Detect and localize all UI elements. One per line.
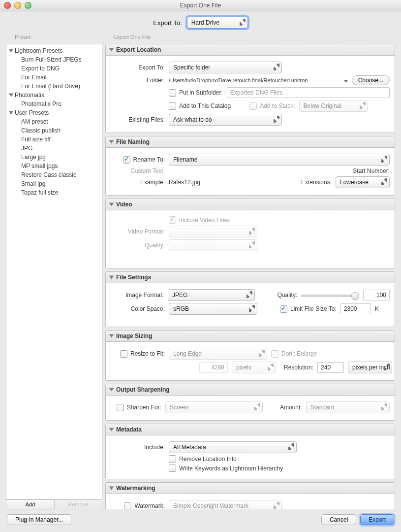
disclosure-triangle-icon [109,276,114,279]
choose-folder-button[interactable]: Choose... [352,75,390,85]
panel-head[interactable]: Video [106,199,395,210]
panel-metadata: Metadata Include: All Metadata Remove Lo… [105,424,395,479]
quality-value-input[interactable]: 100 [363,290,390,300]
minimize-icon[interactable] [14,2,21,9]
include-select[interactable]: All Metadata [169,441,297,453]
custom-text-label: Custom Text: [111,167,165,174]
panel-head[interactable]: Watermarking [106,483,395,494]
preset-buttons: Add Remove [6,499,102,509]
panel-export-location: Export Location Export To: Specific fold… [105,44,395,133]
video-format-select [169,226,257,237]
checkbox-icon [271,350,278,358]
disclosure-triangle-icon [109,388,114,392]
write-keywords-check[interactable]: Write Keywords as Lightroom Hierarchy [169,465,283,472]
preset-item[interactable]: For Email [6,73,102,82]
settings-column: Export Location Export To: Specific fold… [105,44,395,509]
disclosure-triangle-icon [109,203,114,206]
resolution-unit-select[interactable]: pixels per inch [348,362,392,373]
quality-slider[interactable] [301,292,359,299]
put-subfolder-check[interactable]: Put in Subfolder: [169,89,223,97]
preset-item[interactable]: Large jpg [6,153,102,162]
checkbox-icon [169,89,176,97]
panel-head[interactable]: File Naming [106,136,395,148]
rename-to-label: Rename To: [133,156,165,163]
preset-item[interactable]: MP small jpgs [6,162,102,170]
panel-image-sizing: Image Sizing Resize to Fit: Long Edge Do… [105,330,395,381]
dim-value-input: 4288 [199,362,228,373]
rename-checkbox[interactable] [123,156,130,164]
subfolder-input[interactable]: Exported DNG Files [227,87,390,98]
remove-location-check[interactable]: Remove Location Info [169,455,237,463]
zoom-icon[interactable] [25,2,31,9]
checkbox-icon [280,305,287,313]
panel-head[interactable]: Metadata [106,424,395,435]
panel-output-sharpening: Output Sharpening Sharpen For: Screen Am… [105,384,395,421]
preset-item[interactable]: Photomatix Pro [6,100,102,108]
panel-head[interactable]: File Settings [106,272,395,283]
add-preset-button[interactable]: Add [6,499,55,509]
dont-enlarge-check: Don't Enlarge [271,350,317,358]
panel-head[interactable]: Image Sizing [106,331,395,342]
watermark-checkbox[interactable] [124,502,131,510]
preset-item[interactable]: Classic publish [6,126,102,135]
color-space-label: Color Space: [111,305,165,312]
folder-path: /Users/turk/Dropbox/Dave retouch final/R… [169,77,340,83]
panel-file-settings: File Settings Image Format: JPEG Quality… [105,271,395,327]
column-headers: Preset: Export One File [0,34,401,42]
panel-file-naming: File Naming Rename To: Filename Custom T… [105,136,395,196]
resolution-label: Resolution: [284,364,313,371]
group-photomatix[interactable]: Photomatix [6,91,102,100]
add-stack-check: Add to Stack: [249,102,295,110]
disclosure-triangle-icon [9,111,14,115]
preset-item[interactable]: Export to DNG [6,64,102,73]
cancel-button[interactable]: Cancel [321,514,356,525]
preset-item[interactable]: Restore Cass classic [6,170,102,179]
preset-item[interactable]: JPG [6,144,102,153]
titlebar: Export One File [0,0,401,11]
add-catalog-check[interactable]: Add to This Catalog [169,102,231,110]
amount-select: Standard [306,401,390,413]
limit-size-check[interactable]: Limit File Size To: [280,305,337,313]
disclosure-triangle-icon [109,48,114,52]
export-to-folder-select[interactable]: Specific folder [169,62,282,73]
sharpen-label: Sharpen For: [127,404,161,411]
include-label: Include: [111,444,165,451]
resize-checkbox[interactable] [120,350,127,358]
export-button[interactable]: Export [360,514,394,525]
checkbox-icon [169,216,176,224]
preset-tree[interactable]: Lightroom Presets Burn Full-Sized JPEGs … [6,44,102,499]
preset-item[interactable]: For Email (Hard Drive) [6,82,102,91]
window-title: Export One File [180,2,221,9]
close-icon[interactable] [4,2,11,9]
include-video-check: Include Video Files: [169,216,231,224]
folder-history-icon[interactable] [344,80,348,83]
preset-item[interactable]: Full size tiff [6,135,102,144]
group-lightroom[interactable]: Lightroom Presets [6,46,102,55]
existing-files-select[interactable]: Ask what to do [169,114,282,126]
preset-item[interactable]: Small jpg [6,179,102,188]
example-label: Example: [111,179,165,186]
limit-size-input[interactable]: 2300 [340,303,371,314]
preset-item[interactable]: Burn Full-Sized JPEGs [6,55,102,64]
plugin-manager-button[interactable]: Plug-in Manager... [7,514,71,525]
preset-item[interactable]: Topaz full size [6,188,102,197]
preset-item[interactable]: AM preset [6,117,102,126]
panel-head[interactable]: Output Sharpening [106,384,395,396]
resolution-input[interactable]: 240 [317,362,344,373]
disclosure-triangle-icon [109,428,114,432]
example-value: Rafes12.jpg [169,179,200,186]
extensions-select[interactable]: Lowercase [336,176,390,188]
disclosure-triangle-icon [109,140,114,144]
sharpen-checkbox[interactable] [117,404,124,411]
disclosure-triangle-icon [9,94,14,97]
limit-unit: K [375,305,379,312]
resize-mode-select: Long Edge [169,348,267,360]
rename-template-select[interactable]: Filename [169,154,390,166]
panel-head[interactable]: Export Location [106,44,395,56]
preset-col-label: Preset: [15,34,113,42]
image-format-select[interactable]: JPEG [168,289,255,301]
group-user[interactable]: User Presets [6,108,102,117]
right-col-label: Export One File [113,34,395,42]
export-to-select[interactable]: Hard Drive [187,17,248,29]
color-space-select[interactable]: sRGB [169,303,257,315]
